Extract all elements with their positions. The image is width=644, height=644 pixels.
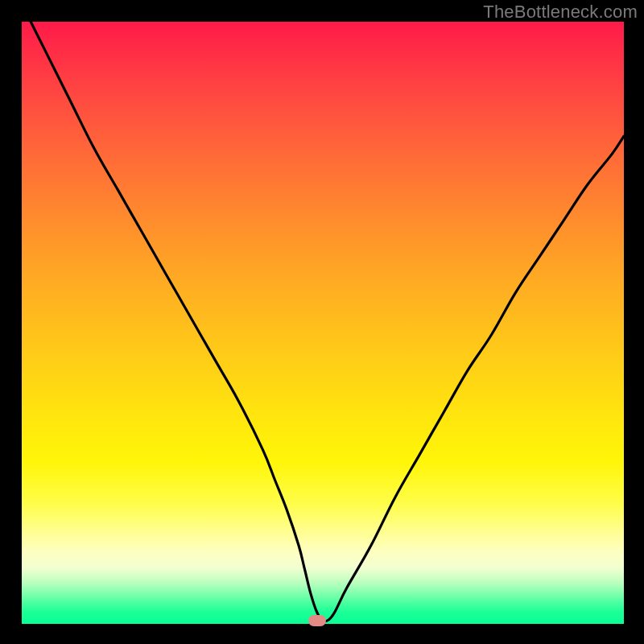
bottleneck-curve — [22, 22, 624, 624]
plot-area — [22, 22, 624, 624]
curve-minimum-marker — [308, 615, 326, 626]
chart-frame: TheBottleneck.com — [0, 0, 644, 644]
watermark-text: TheBottleneck.com — [483, 2, 638, 23]
